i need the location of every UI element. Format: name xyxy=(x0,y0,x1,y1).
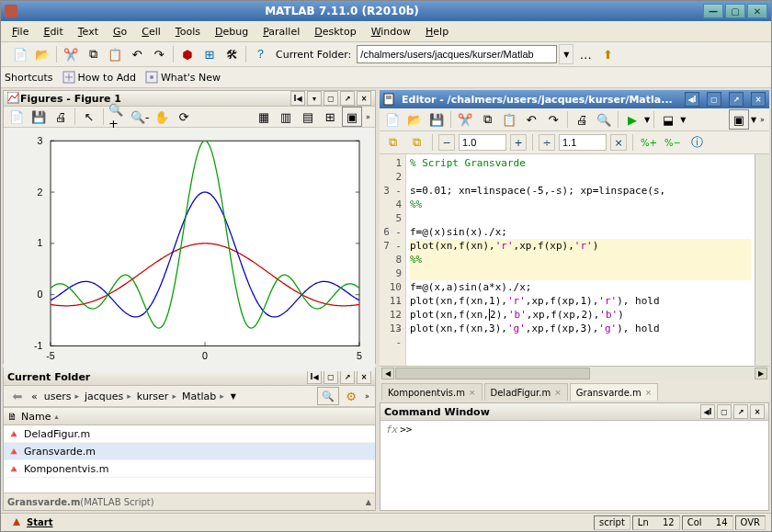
undo-icon[interactable]: ↶ xyxy=(127,44,147,64)
ed-cut-icon[interactable]: ✂️ xyxy=(455,109,475,130)
command-window-title-bar[interactable]: Command Window ◀I ▢ ↗ × xyxy=(380,403,768,421)
cell-insert-icon[interactable]: %+ xyxy=(639,132,659,153)
max-fig-icon[interactable]: ▣ xyxy=(342,107,362,127)
pointer-icon[interactable]: ↖ xyxy=(79,107,99,127)
menu-cell[interactable]: Cell xyxy=(134,24,168,40)
editor-title-bar[interactable]: Editor - /chalmers/users/jacques/kurser/… xyxy=(380,90,769,108)
paste-icon[interactable]: 📋 xyxy=(105,44,125,64)
cw-max-button[interactable]: ▢ xyxy=(717,404,732,419)
details-toggle[interactable]: ▲ xyxy=(366,498,371,506)
open-icon[interactable]: 📂 xyxy=(32,44,52,64)
figure-toolbar-overflow[interactable]: » xyxy=(364,113,372,121)
tile-3-icon[interactable]: ▤ xyxy=(298,107,318,127)
cf-close-button[interactable]: × xyxy=(357,369,371,384)
guide-icon[interactable]: ⊞ xyxy=(199,44,220,64)
pan-icon[interactable]: ✋ xyxy=(152,107,172,127)
current-folder-input[interactable] xyxy=(357,45,557,63)
panel-maximize-button[interactable]: ▢ xyxy=(324,91,338,106)
menu-go[interactable]: Go xyxy=(106,24,134,40)
close-button[interactable]: ✕ xyxy=(747,4,767,18)
fig-print-icon[interactable]: 🖨 xyxy=(51,107,71,127)
cell-merge-icon[interactable]: %− xyxy=(663,132,683,153)
dock-menu-button[interactable]: I◀ xyxy=(290,91,305,106)
panel-close-button[interactable]: × xyxy=(357,91,371,106)
folder-dropdown-button[interactable]: ▼ xyxy=(559,44,573,64)
file-tab[interactable]: DeladFigur.m × xyxy=(484,383,568,401)
ed-overflow[interactable]: » xyxy=(758,116,766,124)
minimize-button[interactable]: — xyxy=(703,4,723,18)
ed-dock-button[interactable]: ◀I xyxy=(685,92,699,107)
cw-undock-button[interactable]: ↗ xyxy=(733,404,748,419)
menu-parallel[interactable]: Parallel xyxy=(255,24,307,40)
plot-area[interactable]: 3 2 1 0 -1 -5 0 5 xyxy=(4,128,375,371)
tile-4-icon[interactable]: ⊞ xyxy=(320,107,340,127)
ed-copy-icon[interactable]: ⧉ xyxy=(477,109,497,130)
name-column-header[interactable]: Name xyxy=(21,411,51,423)
cw-dock-button[interactable]: ◀I xyxy=(700,404,715,419)
panel-undock-button[interactable]: ↗ xyxy=(340,91,355,106)
vertical-scrollbar[interactable] xyxy=(755,154,769,366)
up-folder-icon[interactable]: ⬆ xyxy=(597,44,618,64)
whats-new-button[interactable]: What's New xyxy=(145,71,221,84)
how-to-add-button[interactable]: How to Add xyxy=(62,71,136,84)
ed-find-icon[interactable]: 🔍 xyxy=(594,109,614,130)
cell-eval-icon[interactable]: ⧉ xyxy=(382,132,403,153)
menu-edit[interactable]: Edit xyxy=(36,24,70,40)
menu-help[interactable]: Help xyxy=(418,24,456,40)
help-icon[interactable]: ？ xyxy=(250,44,270,64)
cf-dock-button[interactable]: I◀ xyxy=(307,369,322,384)
cw-close-button[interactable]: × xyxy=(750,404,765,419)
info-icon[interactable]: ⓘ xyxy=(687,132,707,153)
cf-file-list[interactable]: 🗎 Name ▴ 🔺DeladFigur.m🔺Gransvarde.m🔺Komp… xyxy=(4,407,375,492)
fx-icon[interactable]: fx xyxy=(385,424,397,436)
ed-save-icon[interactable]: 💾 xyxy=(426,109,447,130)
ed-new-icon[interactable]: 📄 xyxy=(382,109,403,130)
menu-window[interactable]: Window xyxy=(364,24,418,40)
tile-1-icon[interactable]: ▦ xyxy=(254,107,274,127)
cell-step-input[interactable] xyxy=(559,134,607,151)
cf-gear-icon[interactable]: ⚙ xyxy=(341,386,361,406)
ed-layout-dropdown[interactable]: ▼ xyxy=(751,116,756,124)
crumb-jacques[interactable]: jacques ▸ xyxy=(82,390,134,403)
file-row[interactable]: 🔺Gransvarde.m xyxy=(4,443,375,460)
crumb-Matlab[interactable]: Matlab ▸ xyxy=(179,390,227,403)
maximize-button[interactable]: ▢ xyxy=(725,4,745,18)
tab-close-icon[interactable]: × xyxy=(645,388,653,397)
menu-file[interactable]: File xyxy=(5,24,36,40)
ed-undock-button[interactable]: ↗ xyxy=(729,92,744,107)
publish-dropdown[interactable]: ▼ xyxy=(680,116,686,124)
profiler-icon[interactable]: 🛠 xyxy=(221,44,242,64)
ed-open-icon[interactable]: 📂 xyxy=(404,109,425,130)
run-icon[interactable]: ▶ xyxy=(622,109,642,130)
zoom-in-icon[interactable]: 🔍+ xyxy=(108,107,128,127)
file-tab[interactable]: Komponentvis.m × xyxy=(381,383,482,401)
cf-undock-button[interactable]: ↗ xyxy=(340,369,355,384)
line-number-gutter[interactable]: 123 -456 -7 -8910 -11 -12 -13 - xyxy=(380,154,406,366)
cf-max-button[interactable]: ▢ xyxy=(324,369,338,384)
increment-button[interactable]: + xyxy=(510,134,527,151)
start-button[interactable]: Start xyxy=(6,516,57,529)
fig-new-icon[interactable]: 📄 xyxy=(6,107,27,127)
file-row[interactable]: 🔺Komponentvis.m xyxy=(4,460,375,478)
publish-icon[interactable]: ⬓ xyxy=(658,109,678,130)
cf-search-button[interactable]: 🔍 xyxy=(317,387,339,405)
menu-desktop[interactable]: Desktop xyxy=(307,24,363,40)
crumb-users[interactable]: users ▸ xyxy=(41,390,82,403)
cf-overflow[interactable]: » xyxy=(363,392,371,401)
tab-close-icon[interactable]: × xyxy=(469,388,476,397)
cf-back-icon[interactable]: ⬅ xyxy=(7,386,28,406)
command-line[interactable]: fx >> xyxy=(380,421,768,510)
cell-zoom-input[interactable] xyxy=(459,134,506,151)
cell-eval-next-icon[interactable]: ⧉ xyxy=(406,132,426,153)
zoom-out-icon[interactable]: 🔍- xyxy=(130,107,150,127)
ed-undo-icon[interactable]: ↶ xyxy=(521,109,541,130)
ed-max-button[interactable]: ▢ xyxy=(707,92,721,107)
path-more-icon[interactable]: … xyxy=(575,44,596,64)
code-body[interactable]: % Script Gransvarde s=0.01; xn=linspace(… xyxy=(406,154,755,366)
ed-print-icon[interactable]: 🖨 xyxy=(572,109,592,130)
file-tab[interactable]: Gransvarde.m × xyxy=(570,383,658,401)
file-row[interactable]: 🔺DeladFigur.m xyxy=(4,425,375,443)
horizontal-scrollbar[interactable]: ◀ ▶ xyxy=(380,366,769,380)
panel-menu-button[interactable]: ▾ xyxy=(307,91,322,106)
cut-icon[interactable]: ✂️ xyxy=(61,44,81,64)
